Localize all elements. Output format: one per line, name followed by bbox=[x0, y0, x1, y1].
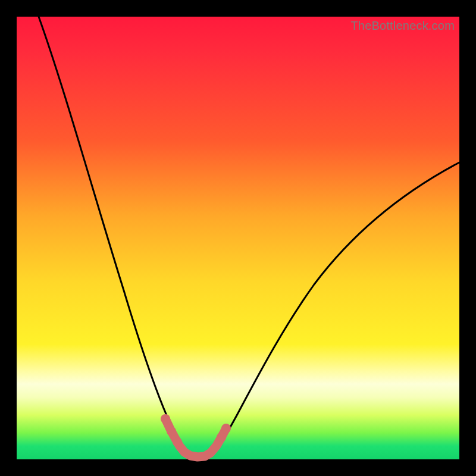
highlight-dot bbox=[167, 427, 176, 436]
bottleneck-curve bbox=[39, 17, 459, 457]
highlight-dot bbox=[221, 424, 231, 433]
chart-frame: TheBottleneck.com bbox=[0, 0, 476, 476]
highlight-dot bbox=[161, 414, 170, 424]
plot-area: TheBottleneck.com bbox=[17, 17, 459, 459]
curve-layer bbox=[17, 17, 459, 459]
highlight-dot bbox=[217, 433, 226, 442]
highlight-dot bbox=[173, 437, 182, 447]
